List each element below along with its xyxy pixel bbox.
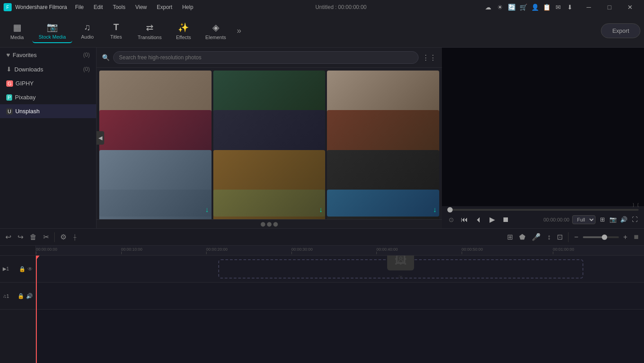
transitions-label: Transitions [138,35,162,40]
app-name: Wondershare Filmora [15,4,67,10]
zoom-slider[interactable] [583,236,619,238]
toolbar-elements[interactable]: ◈ Elements [199,19,232,43]
sidebar-item-downloads[interactable]: ⬇ Downloads (0) [0,62,96,76]
sidebar-item-pixabay[interactable]: P Pixabay [0,90,96,104]
timeline-area: ↩ ↪ 🗑 ✂ ⚙ ⟊ ⊞ ⬟ 🎤 ↕ ⊡ − + ■ 0 [0,228,644,363]
store-icon[interactable]: 🛒 [519,3,527,11]
redo-button[interactable]: ↪ [16,231,25,243]
export-button[interactable]: Export [601,23,640,38]
clip-settings-button[interactable]: ⚙ [58,231,68,243]
resolution-select[interactable]: Full 1/2 1/4 [572,215,595,224]
track-content: 🖼 ☞ Drag and drop media and effects here… [36,256,644,363]
video-track-label: ▶1 🔒 👁 [0,256,35,283]
snap-button[interactable]: ⊞ [505,231,515,243]
progress-handle[interactable] [447,207,453,212]
menu-edit[interactable]: Edit [89,3,108,11]
drop-zone: 🖼 ☞ Drag and drop media and effects here… [218,259,583,279]
minimize-button[interactable]: ─ [578,0,599,14]
media-thumb-10[interactable]: ↓ [99,190,212,217]
main-toolbar: ▦ Media 📷 Stock Media ♫ Audio T Titles ⇄… [0,14,644,48]
media-icon: ▦ [13,22,22,33]
sidebar-item-unsplash[interactable]: U Unsplash [0,104,96,118]
sidebar-item-favorites[interactable]: ♥ Favorites (0) [0,48,96,62]
zoom-handle[interactable] [602,235,607,240]
unsplash-icon: U [6,108,13,115]
menu-help[interactable]: Help [178,3,198,11]
video-track-number: ▶1 [3,266,9,272]
pixabay-icon: P [6,94,12,101]
cut-button[interactable]: ✂ [41,231,51,243]
media-thumb-12[interactable]: ↓ [327,190,439,217]
mail-icon[interactable]: ✉ [554,3,562,11]
menu-file[interactable]: File [71,3,88,11]
more-options-icon[interactable]: ⛶ [631,216,639,224]
heart-icon: ♥ [6,51,10,58]
playhead-marker [36,256,40,260]
video-track-row[interactable]: 🖼 ☞ Drag and drop media and effects here… [36,256,644,283]
undo-button[interactable]: ↩ [4,231,13,243]
favorites-label: Favorites [13,52,80,58]
toolbar-effects[interactable]: ✨ Effects [170,19,197,43]
download-icon-11: ↓ [319,206,322,214]
toolbar-media[interactable]: ▦ Media [4,19,31,43]
menu-view[interactable]: View [131,3,151,11]
cloud-icon[interactable]: ☁ [484,3,492,11]
downloads-label: Downloads [14,66,80,73]
ruler-mark-0: 00:00:00:00 [36,247,57,254]
eye-icon[interactable]: 👁 [27,266,33,272]
bookmark-icon[interactable]: 📋 [543,3,551,11]
media-label: Media [10,35,24,40]
audio-track-row[interactable] [36,283,644,310]
audio-mute-icon[interactable]: 🔊 [26,293,33,299]
audio-lock-icon[interactable]: 🔒 [18,293,24,299]
search-input[interactable] [113,51,419,64]
step-back-button[interactable]: ⏴ [473,214,484,226]
menu-export[interactable]: Export [152,3,177,11]
ruler-mark-3: 00:00:30:00 [291,247,313,254]
zoom-out-button[interactable]: − [572,231,580,243]
toolbar-transitions[interactable]: ⇄ Transitions [132,19,168,43]
toolbar-more-button[interactable]: » [234,23,244,38]
sidebar-collapse-toggle[interactable]: ◀ [97,131,104,145]
close-button[interactable]: ✕ [620,0,640,14]
play-button[interactable]: ▶ [488,213,497,226]
title-bar-right: ☁ ☀ 🔄 🛒 👤 📋 ✉ ⬇ ─ □ ✕ [484,0,640,14]
sidebar-item-giphy[interactable]: G GIPHY [0,76,96,90]
stop-button[interactable]: ⏹ [500,214,511,226]
window-controls: ─ □ ✕ [578,0,640,14]
progress-bar[interactable]: { } [447,209,639,211]
screenshot-icon[interactable]: 📷 [609,216,617,224]
effects-label: Effects [176,35,191,40]
mask-button[interactable]: ⬟ [517,231,527,243]
grid-toggle-button[interactable]: ⋮⋮ [422,53,437,62]
fullscreen-icon[interactable]: ⊞ [598,216,606,224]
sync-icon[interactable]: 🔄 [507,3,516,11]
microphone-button[interactable]: 🎤 [530,231,543,243]
toolbar-audio[interactable]: ♫ Audio [74,19,101,42]
add-track-button[interactable]: ■ [632,230,640,243]
brightness-icon[interactable]: ☀ [496,3,504,11]
voice-button[interactable]: ↕ [545,231,552,243]
settings-circle-icon[interactable]: ⊙ [447,216,455,224]
title-bar-left: F Wondershare Filmora File Edit Tools Vi… [4,3,198,11]
media-thumb-11[interactable]: ↓ [213,190,326,217]
download-icon[interactable]: ⬇ [566,3,574,11]
pixabay-label: Pixabay [15,94,90,101]
lock-icon[interactable]: 🔒 [19,266,26,272]
menu-tools[interactable]: Tools [108,3,130,11]
transitions-icon: ⇄ [146,22,154,33]
toolbar-stock-media[interactable]: 📷 Stock Media [32,19,72,43]
zoom-in-button[interactable]: + [622,231,629,243]
preview-right-controls: 00:00:00:00 Full 1/2 1/4 ⊞ 📷 🔊 ⛶ [543,215,639,224]
delete-button[interactable]: 🗑 [28,231,39,243]
video-track-icons: 🔒 👁 [19,266,33,272]
account-icon[interactable]: 👤 [531,3,539,11]
caption-button[interactable]: ⊡ [555,231,565,243]
volume-icon[interactable]: 🔊 [620,216,628,224]
toolbar-titles[interactable]: T Titles [103,19,130,42]
maximize-button[interactable]: □ [599,0,620,14]
prev-frame-button[interactable]: ⏮ [459,214,470,226]
audio-detach-button[interactable]: ⟊ [71,231,79,243]
ruler-mark-6: 00:01:00:00 [553,247,574,254]
giphy-label: GIPHY [16,80,90,87]
